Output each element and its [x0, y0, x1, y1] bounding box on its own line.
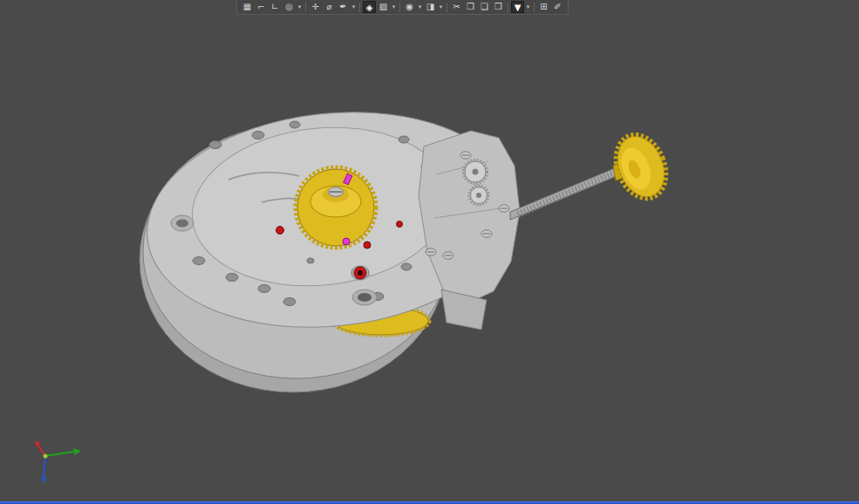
sketch-copy-icon[interactable]: ∟: [269, 1, 282, 13]
toolbar-separator: [447, 3, 447, 12]
filter-dropdown-arrow[interactable]: ▾: [525, 1, 531, 13]
render-mode-dropdown-arrow[interactable]: ▾: [438, 1, 444, 13]
view-style-icon[interactable]: ▧: [377, 1, 390, 13]
annotate-pen-dropdown-arrow[interactable]: ▾: [351, 1, 357, 13]
toolbar-separator: [399, 3, 400, 12]
toolbar-separator: [534, 3, 535, 12]
toolbar-separator: [359, 3, 360, 12]
annotate-pen-icon[interactable]: ✒: [337, 1, 350, 13]
main-toolbar: ▦ ⌐ ∟ ◎ ▾ ✛ ⌀ ✒ ▾ ◈ ▧ ▾ ◉ ▾ ◨ ▾ ✂ ❐ ❏ ❒ …: [236, 0, 569, 15]
paste-special-icon[interactable]: ❒: [492, 1, 505, 13]
axis-triad[interactable]: [35, 440, 81, 484]
paste-icon[interactable]: ❏: [478, 1, 491, 13]
iso-view-icon[interactable]: ◈: [363, 1, 376, 13]
filter-icon[interactable]: ▼: [511, 1, 524, 13]
toolbar-separator: [305, 3, 306, 12]
winding-crown-part[interactable]: [607, 127, 676, 207]
hide-show-dropdown-arrow[interactable]: ▾: [417, 1, 423, 13]
section-cut-icon[interactable]: ✂: [450, 1, 463, 13]
winding-stem-part[interactable]: [510, 161, 626, 220]
measure-icon[interactable]: ⌀: [323, 1, 336, 13]
zoom-dropdown-arrow[interactable]: ▾: [297, 1, 303, 13]
viewport-3d[interactable]: [0, 0, 859, 504]
view-style-dropdown-arrow[interactable]: ▾: [391, 1, 397, 13]
table-view-icon[interactable]: ⊞: [537, 1, 550, 13]
copy-icon[interactable]: ❐: [464, 1, 477, 13]
grid-snap-icon[interactable]: ▦: [241, 1, 254, 13]
toolbar-separator: [508, 3, 508, 12]
render-mode-icon[interactable]: ◨: [424, 1, 437, 13]
inspect-pen-icon[interactable]: ✐: [551, 1, 564, 13]
position-tool-icon[interactable]: ✛: [309, 1, 322, 13]
jewel-bearing: [276, 227, 284, 235]
jewel-bearing: [397, 221, 403, 228]
viewport-3d-wrap: [0, 0, 859, 504]
sketcher-icon[interactable]: ⌐: [255, 1, 268, 13]
jewel-bearing: [364, 242, 371, 249]
hide-show-icon[interactable]: ◉: [403, 1, 416, 13]
zoom-icon[interactable]: ◎: [283, 1, 296, 13]
